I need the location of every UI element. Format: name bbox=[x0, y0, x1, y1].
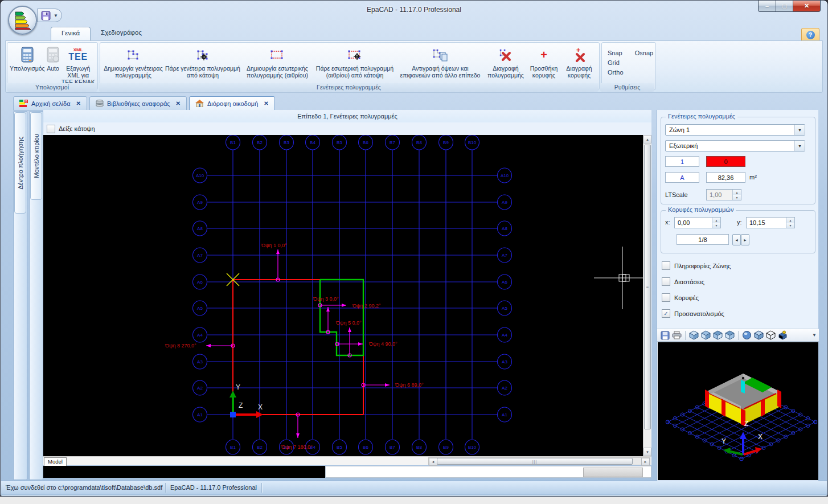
close-button[interactable]: ✕ bbox=[793, 1, 821, 12]
grid-bubble-label: A4 bbox=[502, 333, 507, 338]
model-tab[interactable]: Model bbox=[44, 457, 67, 466]
spin-up-icon[interactable]: ▲ bbox=[733, 190, 741, 195]
quick-access-dropdown-icon[interactable]: ▼ bbox=[54, 13, 58, 18]
index-field[interactable]: 1 bbox=[665, 156, 699, 167]
spin-up-icon[interactable]: ▲ bbox=[712, 218, 720, 223]
scroll-right-icon[interactable]: ► bbox=[641, 458, 650, 466]
doc-tab-close-icon[interactable]: ✕ bbox=[176, 100, 181, 106]
vertex-pager-field: 1/8 bbox=[677, 234, 729, 245]
group-title: Κορυφές πολυγραμμών bbox=[666, 206, 736, 213]
vertices-checkbox[interactable] bbox=[662, 293, 670, 302]
building-detail bbox=[742, 377, 744, 379]
canvas-horizontal-scrollbar[interactable]: ◄ ||| ► bbox=[428, 457, 650, 465]
doc-tab-close-icon[interactable]: ✕ bbox=[264, 100, 268, 106]
building-face bbox=[777, 390, 781, 408]
delete-polyline-button[interactable]: Διαγραφή πολυγραμμής bbox=[485, 44, 526, 79]
maximize-button[interactable]: ▢ bbox=[776, 1, 793, 12]
x-spinner[interactable]: 0,00 ▲▼ bbox=[674, 217, 721, 228]
orientation-checkbox-row[interactable]: ✓ Προσανατολισμός bbox=[662, 309, 724, 318]
spin-down-icon[interactable]: ▼ bbox=[712, 223, 720, 228]
calc-button[interactable]: Υπολογισμός bbox=[10, 44, 45, 72]
snap-toggle[interactable]: Snap bbox=[604, 49, 626, 57]
toolbar-overflow-icon[interactable]: ▼ bbox=[812, 333, 817, 338]
btn-label: Προσθήκη κορυφής bbox=[527, 65, 560, 79]
pick-generator-polyline-button[interactable]: Πάρε γενέτειρα πολυγραμμή από κάτοψη bbox=[165, 44, 240, 79]
status-progress-area bbox=[325, 466, 651, 478]
view-sw-icon[interactable] bbox=[689, 330, 699, 340]
preview-3d-viewport[interactable]: YXZ bbox=[658, 342, 818, 480]
zone-dropdown[interactable]: Ζώνη 1 ▼ bbox=[665, 124, 805, 136]
sidebar-tab-label: Μοντέλο κτιρίου bbox=[33, 134, 40, 178]
grid-bubble-label: B2 bbox=[257, 445, 263, 450]
create-generator-polyline-button[interactable]: Δημιουργία γενέτειρας πολυγραμμής bbox=[103, 44, 164, 79]
pager-next-button[interactable]: ► bbox=[741, 234, 749, 245]
canvas-vertical-scrollbar[interactable]: ▲ ≡ ▼ bbox=[643, 135, 651, 456]
shaded-cube-icon[interactable] bbox=[754, 330, 764, 340]
horizontal-scroll-thumb[interactable]: ||| bbox=[437, 458, 633, 465]
type-dropdown[interactable]: Εξωτερική ▼ bbox=[665, 140, 805, 151]
dimensions-checkbox[interactable] bbox=[662, 277, 670, 286]
show-plan-checkbox[interactable] bbox=[47, 125, 55, 133]
auto-button[interactable]: Auto bbox=[46, 44, 60, 72]
orientation-checkbox[interactable]: ✓ bbox=[662, 309, 670, 318]
scroll-up-icon[interactable]: ▲ bbox=[643, 135, 651, 144]
delete-vertex-button[interactable]: + Διαγραφή κορυφής bbox=[561, 44, 597, 79]
grid-bubble-label: B5 bbox=[337, 445, 342, 450]
vertices-checkbox-row[interactable]: Κορυφές bbox=[662, 293, 699, 302]
pager-prev-button[interactable]: ◄ bbox=[732, 234, 741, 245]
zone-info-checkbox[interactable] bbox=[662, 261, 670, 270]
tab-sxediografos[interactable]: Σχεδιογράφος bbox=[91, 27, 152, 40]
spin-down-icon[interactable]: ▼ bbox=[786, 223, 794, 228]
application-menu-button[interactable] bbox=[8, 6, 37, 35]
add-vertex-button[interactable]: + Προσθήκη κορυφής bbox=[527, 44, 560, 79]
scroll-down-icon[interactable]: ▼ bbox=[643, 448, 651, 456]
wireframe-cube-icon[interactable] bbox=[766, 330, 776, 340]
vertical-scroll-thumb[interactable]: ≡ bbox=[644, 145, 651, 429]
sidebar-tab-navigation-tree[interactable]: Δέντρο πλοήγησης bbox=[14, 112, 26, 214]
scroll-left-icon[interactable]: ◄ bbox=[429, 458, 437, 466]
dimensions-checkbox-row[interactable]: Διαστάσεις bbox=[662, 277, 704, 286]
export-xml-button[interactable]: XML ΤΕΕ Εξαγωγή XML για ΤΕΕ ΚΕΝΑΚ bbox=[61, 44, 95, 85]
toolbar-separator bbox=[685, 331, 686, 340]
osnap-toggle[interactable]: Osnap bbox=[632, 49, 657, 57]
grid-toggle[interactable]: Grid bbox=[604, 59, 623, 67]
grid-bubble-label: A3 bbox=[502, 359, 507, 364]
doc-tab-building[interactable]: Διόροφη οικοδομή ✕ bbox=[189, 96, 275, 110]
sidebar-tab-building-model[interactable]: Μοντέλο κτιρίου bbox=[30, 112, 42, 200]
grid-bubble-label: B2 bbox=[257, 140, 263, 145]
ortho-toggle[interactable]: Ortho bbox=[604, 68, 627, 76]
open-box-icon[interactable] bbox=[778, 330, 788, 340]
red-count-field[interactable]: 0 bbox=[706, 156, 745, 167]
minimize-button[interactable]: – bbox=[758, 1, 776, 12]
doc-tab-label: Αρχική σελίδα bbox=[31, 100, 71, 107]
grid-bubble-label: A2 bbox=[197, 386, 203, 391]
area-field[interactable]: 82,36 bbox=[706, 172, 745, 183]
view-ne-icon[interactable] bbox=[713, 330, 723, 340]
doc-tab-home[interactable]: B Αρχική σελίδα ✕ bbox=[13, 96, 87, 110]
ltscale-spinner[interactable]: 1,00 ▲▼ bbox=[706, 189, 741, 200]
doc-tab-close-icon[interactable]: ✕ bbox=[76, 100, 81, 106]
doc-tab-libraries[interactable]: Βιβλιοθήκες αναφοράς ✕ bbox=[89, 96, 187, 110]
spin-down-icon[interactable]: ▼ bbox=[733, 195, 741, 200]
chevron-down-icon[interactable]: ▼ bbox=[794, 125, 805, 135]
create-inner-polyline-button[interactable]: Δημιουργία εσωτερικής πολυγραμμής (αιθρί… bbox=[241, 44, 313, 79]
render-sphere-icon[interactable] bbox=[742, 330, 752, 340]
save-icon[interactable] bbox=[41, 11, 51, 21]
pick-inner-polyline-button[interactable]: Πάρε εσωτερική πολυγραμμή (αιθρίου) από … bbox=[314, 44, 395, 79]
chevron-down-icon[interactable]: ▼ bbox=[794, 141, 805, 151]
command-line-area[interactable] bbox=[43, 466, 325, 478]
view-nw-icon[interactable] bbox=[725, 330, 735, 340]
y-spinner[interactable]: 10,15 ▲▼ bbox=[746, 217, 795, 228]
grid-bubble-label: A7 bbox=[502, 253, 507, 258]
spin-up-icon[interactable]: ▲ bbox=[786, 218, 794, 223]
quick-access-toolbar: ▼ bbox=[37, 9, 62, 22]
print-icon[interactable] bbox=[672, 331, 682, 339]
view-se-icon[interactable] bbox=[701, 330, 711, 340]
tab-genika[interactable]: Γενικά bbox=[51, 27, 91, 40]
copy-faces-button[interactable]: Αντιγραφή όψεων και επιφανειών από άλλο … bbox=[396, 44, 484, 79]
cad-canvas[interactable]: B1B1B2B2B3B3B4B4B5B5B6B6B7B7B8B8B9B9B10B… bbox=[43, 135, 643, 456]
zone-info-checkbox-row[interactable]: Πληροφορίες Ζώνης bbox=[662, 261, 731, 270]
save-view-icon[interactable] bbox=[661, 331, 670, 340]
grid-bubble-label: A10 bbox=[196, 173, 204, 178]
zone-name-field[interactable]: A bbox=[665, 172, 699, 183]
